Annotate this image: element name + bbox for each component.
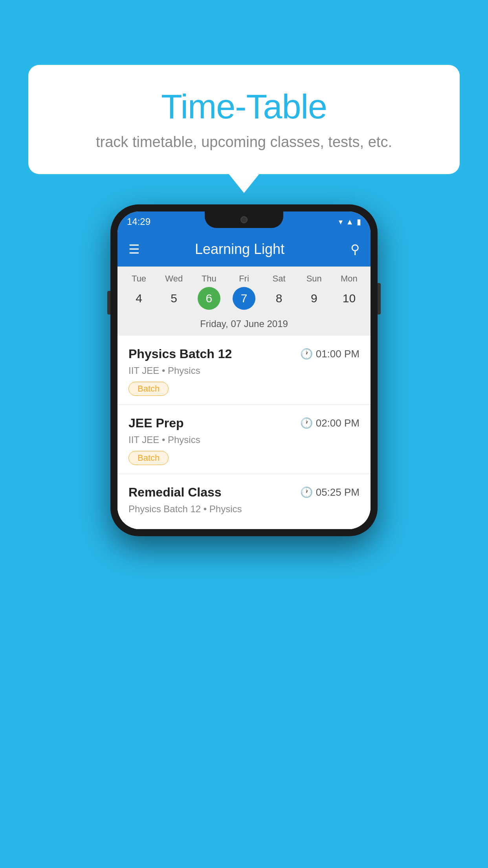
day-number[interactable]: 9	[303, 287, 325, 310]
phone-frame: 14:29 ▾ ▲ ▮ ☰ Learning Light ⚲ Tue4Wed5T…	[110, 204, 378, 536]
event-time: 🕐05:25 PM	[300, 486, 360, 498]
event-item[interactable]: JEE Prep🕐02:00 PMIIT JEE • PhysicsBatch	[117, 405, 371, 474]
day-label: Thu	[202, 274, 216, 284]
app-bar: ☰ Learning Light ⚲	[117, 232, 371, 267]
day-label: Mon	[341, 274, 358, 284]
phone-notch	[205, 211, 283, 228]
day-number[interactable]: 8	[268, 287, 290, 310]
status-time: 14:29	[127, 216, 150, 227]
event-item[interactable]: Physics Batch 12🕐01:00 PMIIT JEE • Physi…	[117, 336, 371, 405]
day-column[interactable]: Thu6	[193, 274, 225, 310]
day-label: Wed	[165, 274, 183, 284]
page-subtitle: track timetable, upcoming classes, tests…	[52, 134, 436, 151]
event-meta: IIT JEE • Physics	[128, 434, 360, 445]
event-meta: Physics Batch 12 • Physics	[128, 504, 360, 515]
clock-icon: 🕐	[300, 417, 313, 429]
day-column[interactable]: Sun9	[298, 274, 330, 310]
wifi-icon: ▾	[339, 217, 343, 226]
day-number[interactable]: 6	[198, 287, 220, 310]
days-row: Tue4Wed5Thu6Fri7Sat8Sun9Mon10	[117, 274, 371, 310]
page-title: Time-Table	[52, 86, 436, 127]
event-title: JEE Prep	[128, 416, 184, 430]
signal-icon: ▲	[346, 217, 354, 226]
day-label: Fri	[239, 274, 249, 284]
event-time: 🕐02:00 PM	[300, 417, 360, 429]
batch-badge: Batch	[128, 382, 169, 396]
day-number[interactable]: 4	[128, 287, 150, 310]
event-meta: IIT JEE • Physics	[128, 365, 360, 376]
selected-date-label: Friday, 07 June 2019	[117, 314, 371, 336]
day-number[interactable]: 7	[233, 287, 255, 310]
phone-screen: 14:29 ▾ ▲ ▮ ☰ Learning Light ⚲ Tue4Wed5T…	[117, 211, 371, 529]
event-title: Physics Batch 12	[128, 347, 232, 361]
day-number[interactable]: 10	[338, 287, 360, 310]
clock-icon: 🕐	[300, 348, 313, 360]
status-icons: ▾ ▲ ▮	[339, 217, 361, 226]
day-label: Sat	[273, 274, 286, 284]
event-time-text: 01:00 PM	[316, 348, 360, 360]
day-label: Sun	[306, 274, 322, 284]
front-camera	[240, 216, 248, 223]
app-title: Learning Light	[129, 241, 350, 257]
day-label: Tue	[132, 274, 146, 284]
event-time-text: 05:25 PM	[316, 486, 360, 498]
day-column[interactable]: Sat8	[263, 274, 295, 310]
phone-mockup: 14:29 ▾ ▲ ▮ ☰ Learning Light ⚲ Tue4Wed5T…	[110, 204, 378, 536]
day-column[interactable]: Wed5	[158, 274, 190, 310]
calendar-section: Tue4Wed5Thu6Fri7Sat8Sun9Mon10 Friday, 07…	[117, 267, 371, 336]
event-title: Remedial Class	[128, 485, 222, 500]
events-list: Physics Batch 12🕐01:00 PMIIT JEE • Physi…	[117, 336, 371, 529]
clock-icon: 🕐	[300, 486, 313, 498]
event-time: 🕐01:00 PM	[300, 348, 360, 360]
day-column[interactable]: Mon10	[333, 274, 365, 310]
speech-bubble: Time-Table track timetable, upcoming cla…	[28, 65, 460, 174]
day-number[interactable]: 5	[163, 287, 185, 310]
event-time-text: 02:00 PM	[316, 417, 360, 429]
day-column[interactable]: Tue4	[123, 274, 155, 310]
volume-button	[107, 291, 110, 314]
day-column[interactable]: Fri7	[228, 274, 260, 310]
battery-icon: ▮	[357, 217, 361, 226]
search-icon[interactable]: ⚲	[350, 242, 360, 257]
batch-badge: Batch	[128, 451, 169, 465]
event-item[interactable]: Remedial Class🕐05:25 PMPhysics Batch 12 …	[117, 474, 371, 529]
power-button	[378, 283, 381, 314]
